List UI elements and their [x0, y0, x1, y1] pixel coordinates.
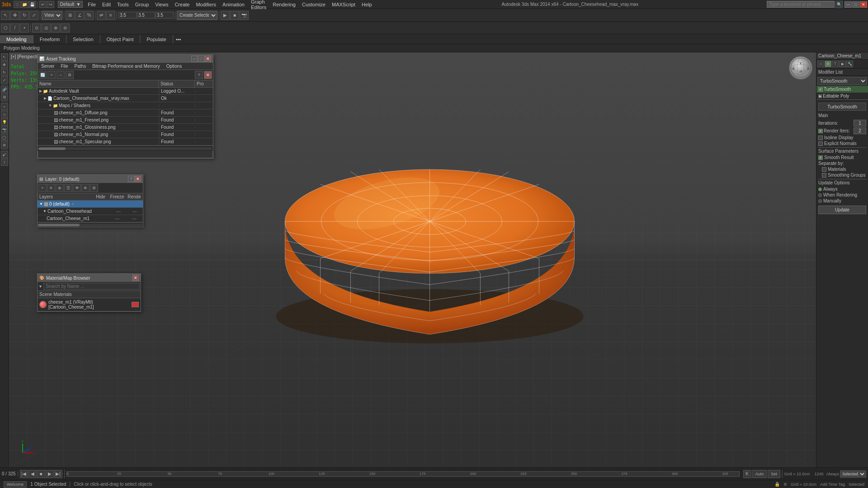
camera-btn[interactable]: 📷 [240, 11, 249, 20]
layer-tb-hide[interactable]: 👁 [73, 184, 81, 192]
isoline-checkbox[interactable] [818, 136, 823, 140]
vault-expand-icon[interactable]: ▶ [39, 89, 42, 93]
search-input[interactable] [767, 1, 835, 8]
file-expand-icon[interactable]: ▶ [44, 96, 47, 100]
layer-cell-default-hide[interactable] [93, 203, 108, 205]
layer-cell-ch-render[interactable]: — [127, 208, 143, 215]
sidebar-paint-icon[interactable]: 🖌 [1, 151, 8, 158]
hierarchy-icon[interactable]: ⊤ [832, 61, 839, 67]
turbsmooth-checkbox[interactable]: ✓ [818, 87, 823, 92]
stop-btn[interactable]: ■ [230, 11, 239, 20]
set-key-btn[interactable]: Set [768, 470, 780, 478]
layer-row-cheesehead[interactable]: ▼ Cartoon_Cheesehead — — [38, 208, 143, 215]
redo-btn[interactable]: ↪ [47, 1, 54, 8]
layer-tb-sel-obj[interactable]: ☰ [64, 184, 72, 192]
close-btn[interactable]: ✕ [860, 1, 867, 8]
named-selection[interactable]: Create Selection... [177, 11, 217, 20]
layer-row-default[interactable]: ▼ 0 (default) ✓ [38, 201, 143, 208]
asset-tb-remove[interactable]: − [57, 71, 65, 79]
layer-help-btn[interactable]: ? [128, 176, 134, 182]
sidebar-helpers-icon[interactable]: ◯ [1, 134, 8, 141]
asset-minimize-btn[interactable]: ─ [191, 56, 198, 62]
sidebar-link-icon[interactable]: 🔗 [1, 86, 8, 93]
loop-btn[interactable]: ⊙ [32, 23, 41, 33]
modifier-turbsmooth[interactable]: ✓ TurboSmooth [816, 86, 868, 93]
asset-row-glossiness[interactable]: 🖼 cheese_m1_Glossiness.png Found [38, 124, 213, 131]
vertex-mode-btn[interactable]: • [20, 23, 29, 33]
material-search-input[interactable] [43, 283, 140, 290]
menu-modifiers[interactable]: Modifiers [193, 1, 219, 8]
menu-tools[interactable]: Tools [114, 1, 132, 8]
sidebar-lights-icon[interactable]: 💡 [1, 118, 8, 126]
z-coord[interactable] [156, 12, 174, 19]
manually-radio[interactable] [818, 199, 822, 203]
auto-key-btn[interactable]: Auto [752, 470, 767, 478]
layer-close-btn[interactable]: ✕ [135, 176, 141, 182]
sidebar-scale-icon[interactable]: ⤢ [1, 76, 8, 84]
asset-row-fresnel[interactable]: 🖼 cheese_m1_Fresnel.png Found [38, 117, 213, 124]
menu-file[interactable]: File [85, 1, 99, 8]
always-radio[interactable] [818, 188, 822, 191]
layer-cell-ch-freeze[interactable]: — [110, 208, 127, 215]
asset-menu-server[interactable]: Server [38, 63, 57, 69]
select-btn[interactable]: ↖ [1, 11, 10, 20]
sidebar-select-icon[interactable]: ↖ [1, 53, 8, 61]
render-iters-input[interactable] [854, 127, 866, 134]
mat-item-cheese[interactable]: cheese_m1 (VRayMtl) [Cartoon_Cheese_m1] [38, 298, 141, 311]
layer-scrollbar[interactable] [38, 222, 143, 227]
rotate-btn[interactable]: ↻ [20, 11, 29, 20]
new-btn[interactable]: □ [14, 1, 21, 8]
menu-create[interactable]: Create [171, 1, 193, 8]
play-reverse-btn[interactable]: ◀ [28, 470, 37, 478]
asset-close-btn[interactable]: ✕ [205, 56, 211, 62]
play-btn[interactable]: ▶ [221, 11, 230, 20]
asset-row-normal[interactable]: 🖼 cheese_m1_Normal.png Found [38, 131, 213, 138]
asset-scroll-thumb[interactable] [38, 147, 66, 150]
asset-tb-add[interactable]: + [47, 71, 56, 79]
welcome-btn[interactable]: Welcome [4, 481, 27, 488]
reference-dropdown[interactable]: View [42, 11, 62, 20]
keying-btn[interactable]: K [743, 470, 751, 478]
iterations-input[interactable] [854, 120, 866, 127]
angle-snap-btn[interactable]: ∠ [75, 11, 84, 20]
asset-row-vault[interactable]: ▶ 📁 Autodesk Vault Logged O... [38, 88, 213, 95]
render-iters-checkbox[interactable]: ✓ [818, 129, 823, 133]
default-expand-icon[interactable]: ▼ [39, 202, 43, 206]
modifier-editable-poly[interactable]: ▶ Editable Poly [816, 93, 868, 99]
asset-tb-refresh[interactable]: 🔄 [38, 71, 47, 79]
edge-mode-btn[interactable]: / [10, 23, 19, 33]
asset-menu-options[interactable]: Options [163, 63, 185, 69]
mirror-btn[interactable]: ⇌ [97, 11, 106, 20]
y-coord[interactable] [137, 12, 155, 19]
timeline-track[interactable]: 0 25 50 75 100 125 150 175 200 225 250 2… [66, 471, 740, 477]
stop-btn2[interactable]: ■ [37, 470, 45, 478]
grow-btn[interactable]: ⊕ [51, 23, 60, 33]
layer-scroll-thumb[interactable] [38, 224, 80, 226]
sidebar-unlink-icon[interactable]: ⛓ [1, 94, 8, 101]
sidebar-create-icon[interactable]: + [1, 103, 8, 110]
asset-menu-bitmap[interactable]: Bitmap Performance and Memory [89, 63, 163, 69]
menu-graph-editors[interactable]: Graph Editors [248, 0, 269, 11]
asset-tb-help[interactable]: ? [195, 71, 203, 79]
maps-expand-icon[interactable]: ▼ [48, 103, 52, 108]
menu-animation[interactable]: Animation [219, 1, 248, 8]
tab-populate[interactable]: Populate [140, 35, 173, 43]
sidebar-systems-icon[interactable]: ⚙ [1, 141, 8, 149]
asset-restore-btn[interactable]: □ [198, 56, 204, 62]
minimize-btn[interactable]: ─ [844, 1, 852, 8]
sidebar-cameras-icon[interactable]: 📷 [1, 126, 8, 133]
layer-cell-ch-hide[interactable] [95, 211, 110, 212]
menu-rendering[interactable]: Rendering [269, 1, 299, 8]
utilities-icon[interactable]: 🔧 [846, 61, 853, 67]
sidebar-rotate-icon[interactable]: ↻ [1, 69, 8, 76]
layer-cell-m1-render[interactable]: — [126, 215, 143, 222]
sidebar-shapes-icon[interactable]: ◇ [1, 111, 8, 118]
sidebar-deform-icon[interactable]: ⌇ [1, 159, 8, 166]
mat-expand-icon[interactable]: ▼ [38, 284, 42, 289]
sidebar-move-icon[interactable]: ✥ [1, 61, 8, 68]
materials-checkbox[interactable] [822, 167, 826, 172]
layer-panel-header[interactable]: ▤ Layer: 0 (default) ? ✕ [38, 175, 143, 183]
maximize-btn[interactable]: □ [852, 1, 859, 8]
layer-row-cheese-m1[interactable]: Cartoon_Cheese_m1 — — [38, 215, 143, 222]
asset-input-field[interactable] [38, 151, 213, 158]
